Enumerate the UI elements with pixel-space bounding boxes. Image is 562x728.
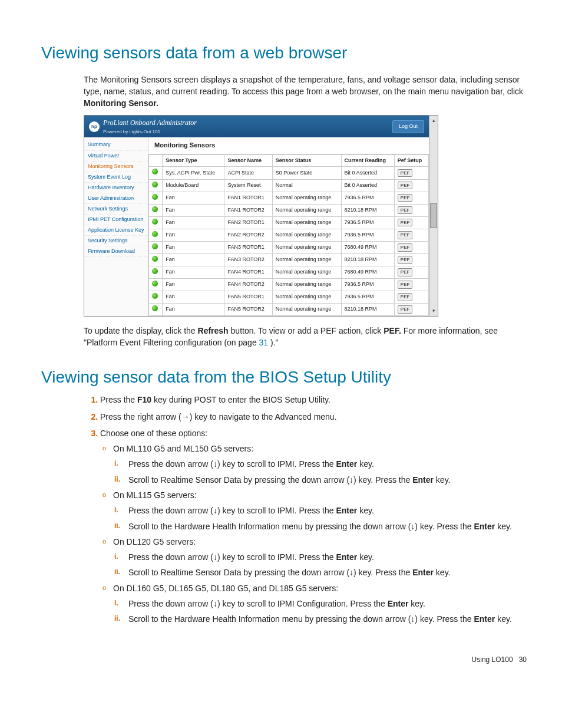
page-link-31[interactable]: 31 bbox=[259, 338, 269, 347]
sidebar-item[interactable]: Application License Key bbox=[84, 225, 148, 236]
text: Scroll to Realtime Sensor Data by pressi… bbox=[128, 475, 412, 485]
sidebar-item[interactable]: Monitoring Sensors bbox=[84, 162, 148, 172]
table-row: FanFAN1 ROTOR1Normal operating range7936… bbox=[149, 192, 429, 204]
text: Press the down arrow (↓) key to scroll t… bbox=[128, 506, 336, 515]
pef-button[interactable]: PEF bbox=[398, 256, 413, 264]
text: key. bbox=[495, 614, 512, 624]
sensor-reading-cell: 7936.5 RPM bbox=[341, 216, 394, 229]
scroll-down-icon[interactable]: ▾ bbox=[432, 307, 435, 315]
pef-button[interactable]: PEF bbox=[398, 243, 413, 252]
sensor-type-cell: Sys. ACPI Pwr. State bbox=[163, 167, 224, 179]
substep: Press the down arrow (↓) key to scroll t… bbox=[128, 598, 527, 610]
step-2: Press the right arrow (→) key to navigat… bbox=[100, 411, 527, 423]
text: key. bbox=[495, 522, 512, 531]
sidebar-item[interactable]: Summary bbox=[84, 140, 148, 150]
sensor-status-cell: Normal operating range bbox=[272, 278, 341, 291]
table-row: FanFAN3 ROTOR1Normal operating range7680… bbox=[149, 241, 429, 253]
sidebar-item[interactable]: IPMI PET Configuration bbox=[84, 215, 148, 225]
sensor-name-cell: FAN3 ROTOR2 bbox=[224, 253, 272, 266]
sidebar-item[interactable]: Firmware Download bbox=[84, 246, 148, 257]
enter-bold: Enter bbox=[336, 552, 357, 562]
sensor-name-cell: FAN1 ROTOR2 bbox=[224, 204, 272, 216]
status-cell bbox=[149, 266, 163, 278]
sensor-reading-cell: 8210.18 RPM bbox=[341, 303, 394, 315]
sensor-status-cell: Normal operating range bbox=[272, 291, 341, 303]
status-ok-icon bbox=[152, 206, 158, 212]
sensor-reading-cell: Bit 0 Asserted bbox=[341, 179, 394, 192]
step-3: Choose one of these options: On ML110 G5… bbox=[100, 427, 527, 625]
sensor-status-cell: Normal operating range bbox=[272, 192, 341, 204]
pef-button[interactable]: PEF bbox=[398, 219, 413, 227]
status-cell bbox=[149, 303, 163, 315]
status-ok-icon bbox=[152, 281, 158, 286]
sidebar-item[interactable]: System Event Log bbox=[84, 172, 148, 183]
sensor-type-cell: Fan bbox=[163, 266, 224, 278]
substeps-list: Press the down arrow (↓) key to scroll t… bbox=[113, 551, 527, 579]
pef-button[interactable]: PEF bbox=[398, 268, 413, 276]
enter-bold: Enter bbox=[388, 599, 409, 608]
table-row: FanFAN4 ROTOR1Normal operating range7680… bbox=[149, 266, 429, 278]
sidebar-item[interactable]: Virtual Power bbox=[84, 151, 148, 162]
enter-bold: Enter bbox=[336, 506, 357, 515]
pef-button[interactable]: PEF bbox=[398, 182, 413, 190]
table-row: FanFAN1 ROTOR2Normal operating range8210… bbox=[149, 204, 429, 216]
sensor-type-cell: Fan bbox=[163, 192, 224, 204]
status-ok-icon bbox=[152, 231, 158, 237]
text: button. To view or add a PEF action, cli… bbox=[231, 326, 384, 335]
sidebar-item[interactable]: User Administration bbox=[84, 193, 148, 204]
text: Press the bbox=[100, 395, 137, 404]
footer-label: Using LO100 bbox=[472, 655, 513, 664]
sidebar-item[interactable]: Network Settings bbox=[84, 204, 148, 215]
pef-button[interactable]: PEF bbox=[398, 194, 413, 202]
pef-button[interactable]: PEF bbox=[398, 281, 413, 289]
substep: Scroll to the Hardware Health Informatio… bbox=[128, 521, 527, 532]
scrollbar-vertical[interactable]: ▴ ▾ bbox=[429, 116, 438, 316]
pef-button[interactable]: PEF bbox=[398, 169, 413, 177]
pef-cell: PEF bbox=[394, 303, 428, 315]
sensor-name-cell: FAN4 ROTOR1 bbox=[224, 266, 272, 278]
text: key. bbox=[408, 599, 425, 608]
shot-header: hp ProLiant Onboard Administrator Powere… bbox=[84, 116, 429, 137]
intro-text: The Monitoring Sensors screen displays a… bbox=[84, 75, 523, 96]
pef-cell: PEF bbox=[394, 229, 428, 241]
option-label: On ML115 G5 servers: bbox=[113, 490, 197, 500]
after-shot-paragraph: To update the display, click the Refresh… bbox=[84, 325, 527, 349]
sensor-name-cell: FAN3 ROTOR1 bbox=[224, 241, 272, 253]
status-cell bbox=[149, 253, 163, 266]
heading-web-browser: Viewing sensors data from a web browser bbox=[41, 41, 527, 65]
sensor-name-cell: FAN1 ROTOR1 bbox=[224, 192, 272, 204]
sensor-type-cell: Fan bbox=[163, 303, 224, 315]
logout-button[interactable]: Log Out bbox=[392, 120, 424, 133]
panel-title: Monitoring Sensors bbox=[148, 137, 429, 154]
pef-button[interactable]: PEF bbox=[398, 206, 413, 215]
pef-cell: PEF bbox=[394, 241, 428, 253]
enter-bold: Enter bbox=[474, 522, 495, 531]
pef-cell: PEF bbox=[394, 167, 428, 179]
pef-bold: PEF. bbox=[384, 326, 401, 335]
status-cell bbox=[149, 192, 163, 204]
pef-button[interactable]: PEF bbox=[398, 305, 413, 314]
scroll-thumb[interactable] bbox=[430, 203, 437, 228]
substep: Scroll to the Hardware Health Informatio… bbox=[128, 613, 527, 625]
text: Choose one of these options: bbox=[100, 429, 207, 438]
table-header: Sensor Status bbox=[272, 155, 341, 167]
text: Press the down arrow (↓) key to scroll t… bbox=[128, 552, 336, 562]
pef-button[interactable]: PEF bbox=[398, 293, 413, 301]
enter-bold: Enter bbox=[412, 475, 434, 485]
scroll-up-icon[interactable]: ▴ bbox=[432, 117, 435, 124]
substeps-list: Press the down arrow (↓) key to scroll t… bbox=[113, 458, 527, 486]
sensor-type-cell: Fan bbox=[163, 204, 224, 216]
table-header: Sensor Type bbox=[163, 155, 224, 167]
sensor-status-cell: Normal operating range bbox=[272, 266, 341, 278]
substep: Press the down arrow (↓) key to scroll t… bbox=[128, 505, 527, 516]
text: key. bbox=[357, 506, 374, 515]
sensor-name-cell: ACPI State bbox=[224, 167, 272, 179]
pef-cell: PEF bbox=[394, 204, 428, 216]
sensor-status-cell: Normal operating range bbox=[272, 204, 341, 216]
f10-bold: F10 bbox=[137, 395, 151, 404]
pef-button[interactable]: PEF bbox=[398, 231, 413, 239]
table-row: FanFAN3 ROTOR2Normal operating range8210… bbox=[149, 253, 429, 266]
sidebar-item[interactable]: Security Settings bbox=[84, 236, 148, 246]
text: Press the down arrow (↓) key to scroll t… bbox=[128, 599, 388, 608]
sidebar-item[interactable]: Hardware Inventory bbox=[84, 183, 148, 193]
